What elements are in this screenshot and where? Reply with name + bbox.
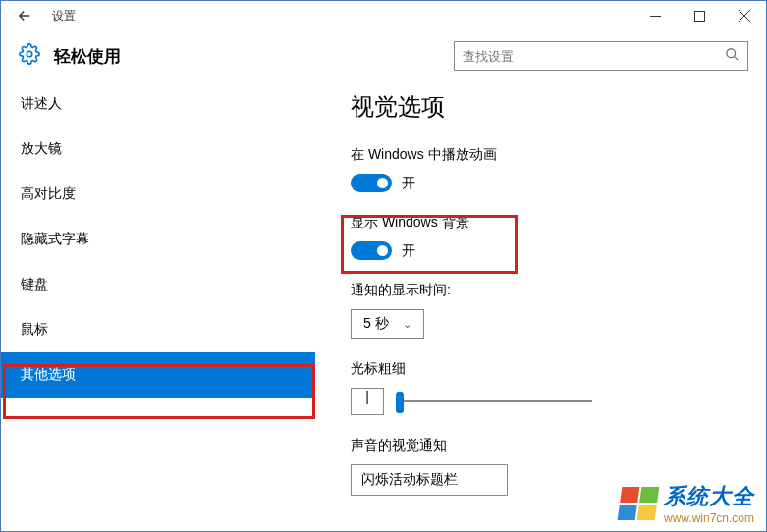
close-button[interactable] bbox=[722, 2, 766, 29]
setting-notification-duration: 通知的显示时间: 5 秒 ⌄ bbox=[351, 282, 766, 339]
animations-state: 开 bbox=[402, 175, 415, 192]
watermark-url: www.win7cn.com bbox=[664, 511, 754, 525]
sidebar-item-highcontrast[interactable]: 高对比度 bbox=[1, 172, 315, 217]
titlebar: 设置 bbox=[1, 1, 766, 30]
svg-line-6 bbox=[734, 56, 738, 60]
page-heading: 视觉选项 bbox=[351, 91, 766, 123]
watermark-title: 系统大全 bbox=[664, 482, 754, 511]
notification-label: 通知的显示时间: bbox=[351, 282, 766, 299]
svg-rect-1 bbox=[695, 11, 705, 21]
cursor-preview: | bbox=[351, 388, 384, 415]
svg-point-4 bbox=[27, 51, 32, 57]
setting-animations: 在 Windows 中播放动画 开 bbox=[351, 146, 766, 192]
window-title: 设置 bbox=[52, 8, 76, 25]
back-button[interactable] bbox=[9, 2, 40, 29]
sound-notify-select[interactable]: 闪烁活动标题栏 bbox=[351, 464, 508, 496]
background-state: 开 bbox=[402, 242, 415, 260]
animations-toggle[interactable] bbox=[351, 174, 392, 192]
sidebar-item-mouse[interactable]: 鼠标 bbox=[1, 307, 315, 352]
minimize-button[interactable] bbox=[633, 2, 678, 29]
watermark: 系统大全 www.win7cn.com bbox=[619, 482, 754, 525]
search-input[interactable] bbox=[463, 49, 725, 64]
search-box[interactable] bbox=[454, 41, 748, 71]
notification-value: 5 秒 bbox=[363, 315, 389, 333]
header: 轻松使用 bbox=[1, 30, 766, 81]
chevron-down-icon: ⌄ bbox=[403, 318, 411, 331]
setting-cursor-width: 光标粗细 | bbox=[351, 360, 766, 415]
window-controls bbox=[633, 2, 766, 29]
sidebar-item-keyboard[interactable]: 键盘 bbox=[1, 262, 315, 307]
search-icon bbox=[725, 47, 740, 66]
sidebar: 讲述人 放大镜 高对比度 隐藏式字幕 键盘 鼠标 其他选项 bbox=[1, 81, 315, 531]
notification-select[interactable]: 5 秒 ⌄ bbox=[351, 309, 424, 339]
content: 讲述人 放大镜 高对比度 隐藏式字幕 键盘 鼠标 其他选项 视觉选项 在 Win… bbox=[1, 81, 766, 531]
gear-icon bbox=[19, 43, 40, 69]
main-panel: 视觉选项 在 Windows 中播放动画 开 显示 Windows 背景 开 通… bbox=[315, 81, 766, 531]
sidebar-item-magnifier[interactable]: 放大镜 bbox=[1, 127, 315, 172]
slider-thumb[interactable] bbox=[396, 392, 404, 413]
sound-notify-label: 声音的视觉通知 bbox=[351, 437, 766, 454]
background-toggle[interactable] bbox=[351, 241, 392, 260]
cursor-slider[interactable] bbox=[396, 400, 592, 402]
setting-background: 显示 Windows 背景 开 bbox=[351, 214, 766, 260]
category-title: 轻松使用 bbox=[54, 45, 121, 68]
animations-label: 在 Windows 中播放动画 bbox=[351, 146, 766, 164]
sidebar-item-narrator[interactable]: 讲述人 bbox=[1, 81, 315, 127]
sidebar-item-captions[interactable]: 隐藏式字幕 bbox=[1, 217, 315, 262]
windows-logo-icon bbox=[616, 486, 660, 521]
sidebar-item-other[interactable]: 其他选项 bbox=[1, 352, 315, 398]
background-label: 显示 Windows 背景 bbox=[351, 214, 766, 232]
sound-notify-value: 闪烁活动标题栏 bbox=[361, 471, 458, 487]
cursor-label: 光标粗细 bbox=[351, 360, 766, 378]
svg-point-5 bbox=[727, 48, 736, 57]
maximize-button[interactable] bbox=[678, 2, 722, 29]
